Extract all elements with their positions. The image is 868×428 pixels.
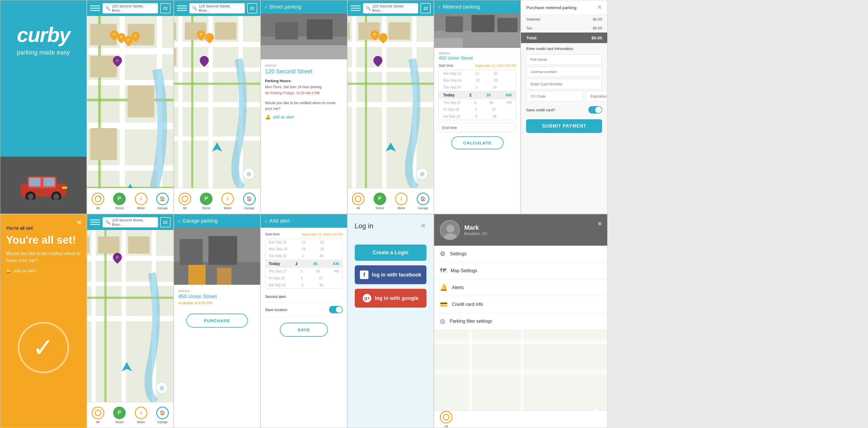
pin-m1[interactable]: P (197, 30, 205, 42)
purchase-title: Purchase metered parking (526, 5, 577, 10)
pin-m3[interactable] (200, 56, 209, 68)
allset-add-alert-btn[interactable]: 🔔 add an alert (6, 268, 81, 273)
svg-rect-101 (217, 268, 231, 285)
svg-text:P: P (127, 38, 130, 42)
calendar-btn[interactable]: 22 (160, 3, 170, 13)
tab4-street[interactable]: PStreet (113, 406, 126, 424)
cursor-2 (212, 142, 222, 154)
svg-rect-42 (174, 136, 260, 141)
pin-3-1[interactable]: P (370, 30, 379, 42)
profile-menu-icon[interactable]: ≡ (598, 220, 601, 227)
tab4-meter[interactable]: ℹMeter (135, 406, 147, 424)
google-login-btn[interactable]: g+ log in with google (355, 289, 427, 307)
tab-profile-all[interactable]: All (440, 411, 453, 428)
hamburger-menu-4[interactable] (90, 217, 100, 227)
back-arrow-metered[interactable]: ‹ (438, 4, 440, 10)
time-row-today: Today235AM (439, 91, 516, 99)
calendar-4[interactable]: 22 (160, 217, 170, 227)
tab-garage[interactable]: 🏠 Garage (156, 193, 169, 210)
time-row-7: Sat Sep 19538 (439, 113, 516, 120)
allset-close-icon[interactable]: ✕ (76, 219, 82, 227)
profile-avatar (440, 220, 460, 240)
hamburger-menu-icon[interactable] (90, 3, 100, 13)
alert-start-value: September 16, 2016 2:35 PM (302, 233, 343, 236)
hamburger-menu-2[interactable] (177, 3, 187, 13)
add-alert-btn[interactable]: 🔔 add an alert (265, 114, 343, 120)
svg-rect-83 (87, 282, 174, 286)
purchase-btn[interactable]: PURCHASE (186, 314, 248, 328)
fullname-input[interactable] (526, 54, 602, 65)
submit-payment-btn[interactable]: SUBMIT PAYMENT (526, 119, 602, 133)
search-4[interactable]: 🔍 120 Second Street, Broo... (102, 217, 158, 227)
pin-3-2[interactable] (379, 33, 388, 44)
save-location-row: Save location (265, 302, 343, 317)
calculate-btn[interactable]: CALCULATE (451, 136, 504, 149)
tab3-all[interactable]: All (352, 193, 365, 210)
locate-btn-4[interactable]: ◎ (156, 382, 168, 393)
svg-rect-68 (365, 16, 367, 188)
parking-pin-4[interactable]: P (131, 32, 140, 43)
map-search-input[interactable]: 🔍 120 Second Street, Broo... (102, 3, 158, 13)
svg-marker-73 (385, 142, 396, 152)
map-screen-1: 🔍 120 Second Street, Broo... 22 (87, 0, 174, 214)
login-screen: Log in ✕ Create a Login f log in with fa… (347, 214, 434, 428)
search-3[interactable]: 🔍 120 Second Street, Broo... (363, 3, 418, 13)
svg-rect-46 (174, 83, 260, 85)
car-icon (15, 171, 72, 199)
subtotal-value: $0.00 (593, 17, 602, 22)
tab2-all[interactable]: All (179, 193, 191, 210)
cv-input[interactable] (526, 91, 583, 102)
license-input[interactable] (526, 66, 602, 77)
tab-meter[interactable]: ℹ Meter (135, 193, 147, 210)
tab4-garage[interactable]: 🏠Garage (156, 406, 169, 424)
back-arrow-icon[interactable]: ‹ (265, 4, 267, 10)
alerts-icon: 🔔 (440, 284, 447, 291)
save-location-toggle[interactable] (329, 306, 343, 313)
pin-m2[interactable] (205, 33, 214, 44)
menu-item-map-settings[interactable]: 🗺 Map Settings (434, 263, 607, 279)
end-time-row[interactable]: End time › (438, 123, 516, 132)
save-btn[interactable]: SAVE (280, 323, 328, 337)
map-toolbar-1: 🔍 120 Second Street, Broo... 22 (87, 0, 174, 16)
pin-3-3[interactable] (373, 56, 382, 68)
tab4-all[interactable]: All (92, 406, 104, 424)
purchase-close-icon[interactable]: ✕ (597, 4, 602, 11)
hamburger-menu-3[interactable] (350, 3, 361, 13)
profile-map-bg: ◎ All (434, 330, 607, 428)
street-detail-screen: ‹ Street parking address: 120 Second Str… (260, 0, 347, 214)
back-arrow-garage[interactable]: ‹ (178, 218, 180, 224)
calendar-2[interactable]: 22 (247, 3, 257, 13)
tab3-garage[interactable]: 🏠Garage (417, 193, 429, 210)
pin-4-1[interactable]: P (113, 253, 122, 265)
facebook-login-btn[interactable]: f log in with facebook (355, 265, 427, 284)
login-close-icon[interactable]: ✕ (420, 222, 427, 230)
calendar-3[interactable]: 22 (421, 3, 431, 13)
metered-detail-screen: ‹ Metered parking address: 450 Union Str… (434, 0, 521, 214)
tab3-street[interactable]: PStreet (374, 193, 386, 210)
search-2[interactable]: 🔍 120 Second Street, Broo... (189, 3, 245, 13)
cursor-3 (385, 142, 396, 154)
card-number-input[interactable] (526, 79, 602, 89)
second-alert-row[interactable]: Second alert › (265, 291, 343, 302)
svg-rect-43 (178, 16, 183, 188)
parking-pin-5[interactable]: P (113, 56, 122, 68)
svg-rect-2 (29, 178, 40, 186)
tab2-garage[interactable]: 🏠Garage (243, 193, 256, 210)
menu-item-parking-filter[interactable]: ◎ Parking filter settings (434, 313, 607, 330)
tab2-meter[interactable]: ℹMeter (221, 193, 234, 210)
subtotal-label: Subtotal: (526, 17, 541, 22)
locate-btn-3[interactable]: ◎ (416, 168, 428, 179)
menu-item-alerts[interactable]: 🔔 Alerts (434, 279, 607, 296)
tab2-street[interactable]: PStreet (200, 193, 213, 210)
save-card-toggle[interactable] (588, 106, 602, 113)
menu-item-settings[interactable]: ⚙ Settings (434, 246, 607, 263)
menu-item-credit-card[interactable]: 💳 Credit card info (434, 296, 607, 313)
tab3-meter[interactable]: ℹMeter (395, 193, 408, 210)
tab-street[interactable]: P Street (113, 193, 126, 210)
create-login-btn[interactable]: Create a Login (355, 244, 427, 261)
expiry-input[interactable] (586, 91, 607, 102)
locate-btn-2[interactable]: ◎ (243, 168, 254, 179)
back-arrow-alert[interactable]: ‹ (265, 218, 267, 224)
svg-rect-22 (98, 16, 101, 214)
tab-all[interactable]: All (92, 193, 104, 210)
